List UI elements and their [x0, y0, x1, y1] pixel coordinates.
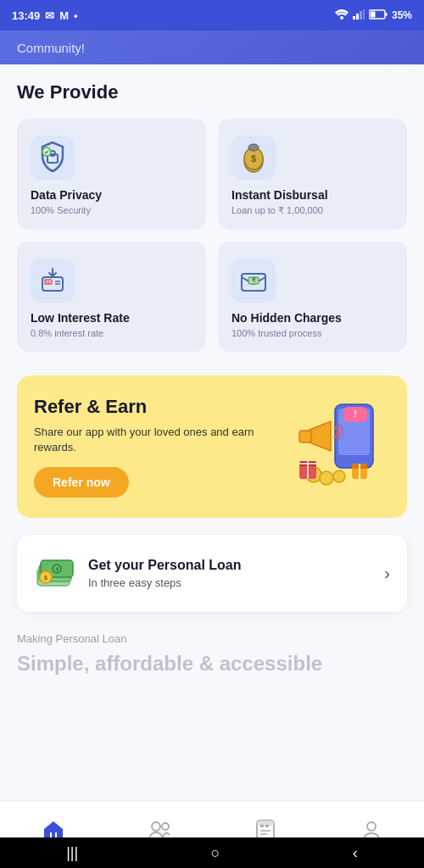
svg-point-53: [162, 823, 169, 830]
system-navigation-bar: ||| ○ ‹: [0, 837, 424, 868]
feature-card-low-interest: % Low Interest Rate 0.8% interest rate: [17, 242, 206, 352]
svg-text:$: $: [44, 575, 47, 581]
svg-rect-55: [257, 821, 274, 826]
instant-disbursal-subtitle: Loan up to ₹ 1,00,000: [232, 205, 323, 216]
svg-point-60: [367, 822, 376, 831]
loan-card-left: ₹ $ Get your Personal Loan In three easy…: [34, 550, 241, 597]
feature-grid: Data Privacy 100% Security $ Instant Dis…: [17, 119, 407, 352]
personal-loan-card[interactable]: ₹ $ Get your Personal Loan In three easy…: [17, 535, 407, 612]
svg-point-11: [42, 147, 51, 156]
recent-apps-button[interactable]: |||: [66, 844, 78, 862]
top-banner: Community!: [0, 31, 424, 64]
wifi-icon: [335, 9, 349, 22]
dot-icon: •: [74, 9, 78, 22]
making-label: Making Personal Loan: [17, 632, 407, 645]
back-button[interactable]: ‹: [353, 844, 358, 862]
refer-left: Refer & Earn Share our app with your lov…: [34, 396, 280, 498]
status-right: 35%: [335, 9, 412, 22]
svg-rect-4: [363, 9, 365, 19]
svg-point-18: [248, 144, 259, 151]
svg-rect-1: [353, 16, 355, 19]
svg-rect-56: [260, 825, 264, 827]
data-privacy-subtitle: 100% Security: [31, 205, 91, 215]
svg-point-0: [340, 16, 343, 19]
instant-disbursal-icon: $: [232, 136, 276, 180]
feature-card-instant-disbursal: $ Instant Disbursal Loan up to ₹ 1,00,00…: [218, 119, 407, 230]
refer-banner: Refer & Earn Share our app with your lov…: [17, 376, 407, 518]
battery-percent: 35%: [392, 9, 412, 21]
loan-arrow-icon: ›: [384, 564, 390, 583]
making-section: Making Personal Loan Simple, affordable …: [17, 632, 407, 693]
refer-now-button[interactable]: Refer now: [34, 467, 129, 498]
svg-rect-19: [31, 259, 75, 303]
loan-text-block: Get your Personal Loan In three easy ste…: [88, 558, 241, 589]
no-hidden-title: No Hidden Charges: [232, 311, 342, 325]
svg-rect-57: [265, 825, 269, 827]
low-interest-icon: %: [31, 259, 75, 303]
svg-text:$: $: [251, 153, 256, 164]
refer-description: Share our app with your loved ones and e…: [34, 425, 280, 455]
status-time: 13:49: [12, 9, 40, 22]
main-content: We Provide Data Privacy 100% Security: [0, 64, 424, 804]
status-bar: 13:49 ✉ M • 35%: [0, 0, 424, 31]
svg-text:%: %: [46, 280, 51, 285]
svg-rect-3: [360, 11, 362, 19]
svg-rect-2: [356, 14, 359, 19]
feature-card-data-privacy: Data Privacy 100% Security: [17, 119, 206, 230]
data-privacy-icon: [31, 136, 75, 180]
section-title: We Provide: [17, 81, 407, 103]
refer-title: Refer & Earn: [34, 396, 280, 418]
status-left: 13:49 ✉ M •: [12, 9, 78, 22]
svg-point-52: [152, 822, 160, 831]
loan-sub-text: In three easy steps: [88, 576, 241, 589]
loan-main-text: Get your Personal Loan: [88, 558, 241, 573]
svg-rect-6: [370, 11, 375, 17]
signal-icon: [353, 9, 365, 22]
battery-icon: [369, 9, 388, 22]
instant-disbursal-title: Instant Disbursal: [232, 188, 328, 202]
refer-illustration: !: [280, 400, 390, 493]
home-button[interactable]: ○: [211, 844, 220, 862]
banner-text: Community!: [17, 41, 85, 55]
data-privacy-title: Data Privacy: [31, 188, 102, 202]
making-title: Simple, affordable & accessible: [17, 650, 407, 676]
svg-rect-7: [385, 13, 387, 16]
gmail-icon: ✉: [45, 9, 54, 22]
low-interest-subtitle: 0.8% interest rate: [31, 328, 103, 338]
loan-money-icon: ₹ $: [34, 550, 76, 597]
svg-text:!: !: [354, 409, 357, 419]
svg-rect-31: [299, 431, 311, 442]
low-interest-title: Low Interest Rate: [31, 311, 130, 325]
no-hidden-subtitle: 100% trusted process: [232, 328, 321, 338]
svg-point-35: [320, 471, 333, 485]
feature-card-no-hidden: ₹ No Hidden Charges 100% trusted process: [218, 242, 407, 352]
svg-point-36: [333, 470, 345, 482]
mail-icon: M: [59, 9, 69, 22]
no-hidden-icon: ₹: [232, 259, 276, 303]
